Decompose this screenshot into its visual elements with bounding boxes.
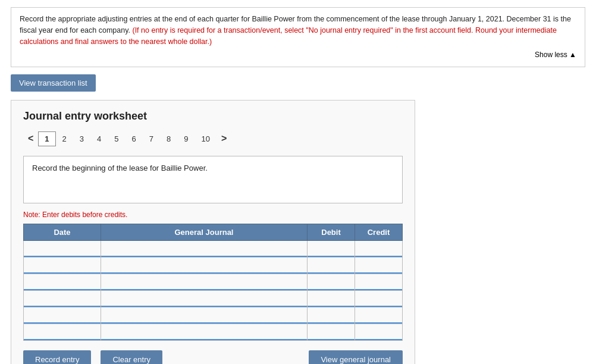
- input-date-2[interactable]: [24, 258, 101, 274]
- input-debit-6[interactable]: [308, 324, 355, 340]
- input-credit-6[interactable]: [355, 324, 402, 340]
- cell-debit-3[interactable]: [308, 274, 355, 291]
- col-header-debit: Debit: [308, 224, 355, 241]
- table-row: [24, 324, 403, 341]
- table-row: [24, 274, 403, 291]
- input-journal-3[interactable]: [101, 274, 307, 290]
- col-header-credit: Credit: [355, 224, 403, 241]
- tab-7[interactable]: 7: [143, 131, 160, 146]
- cell-credit-3[interactable]: [355, 274, 403, 291]
- cell-credit-5[interactable]: [355, 307, 403, 324]
- cell-credit-6[interactable]: [355, 324, 403, 341]
- input-date-4[interactable]: [24, 291, 101, 307]
- tab-10[interactable]: 10: [195, 131, 216, 146]
- show-less-link[interactable]: Show less ▲: [535, 51, 576, 59]
- input-journal-2[interactable]: [101, 258, 307, 274]
- input-debit-2[interactable]: [308, 258, 355, 274]
- tab-prev-arrow[interactable]: <: [23, 131, 38, 146]
- input-debit-4[interactable]: [308, 291, 355, 307]
- cell-date-3[interactable]: [24, 274, 101, 291]
- input-credit-2[interactable]: [355, 258, 402, 274]
- table-row: [24, 307, 403, 324]
- cell-date-4[interactable]: [24, 291, 101, 307]
- input-journal-6[interactable]: [101, 324, 307, 340]
- tab-navigation: < 1 2 3 4 5 6 7 8 9 10 >: [23, 131, 403, 146]
- record-entry-button[interactable]: Record entry: [23, 350, 91, 364]
- input-debit-5[interactable]: [308, 307, 355, 324]
- cell-credit-1[interactable]: [355, 241, 403, 258]
- note-text: Note: Enter debits before credits.: [23, 211, 403, 219]
- worksheet-title: Journal entry worksheet: [23, 110, 403, 123]
- cell-date-6[interactable]: [24, 324, 101, 341]
- input-date-1[interactable]: January 01, 2021: [24, 241, 101, 257]
- input-debit-1[interactable]: [308, 241, 355, 257]
- entry-description-text: Record the beginning of the lease for Ba…: [32, 164, 208, 172]
- tab-next-arrow[interactable]: >: [217, 131, 231, 146]
- input-date-3[interactable]: [24, 274, 101, 290]
- cell-journal-4[interactable]: [101, 291, 308, 307]
- cell-journal-3[interactable]: [101, 274, 308, 291]
- cell-date-5[interactable]: [24, 307, 101, 324]
- cell-date-2[interactable]: [24, 258, 101, 274]
- tab-4[interactable]: 4: [90, 131, 108, 146]
- tab-2[interactable]: 2: [56, 131, 73, 146]
- input-credit-3[interactable]: [355, 274, 402, 290]
- input-credit-5[interactable]: [355, 307, 402, 324]
- input-debit-3[interactable]: [308, 274, 355, 290]
- tab-8[interactable]: 8: [160, 131, 177, 146]
- input-date-5[interactable]: [24, 307, 101, 324]
- input-journal-1[interactable]: [101, 241, 307, 257]
- input-credit-4[interactable]: [355, 291, 402, 307]
- tab-9[interactable]: 9: [177, 131, 195, 146]
- entry-description-box: Record the beginning of the lease for Ba…: [23, 156, 403, 203]
- cell-journal-6[interactable]: [101, 324, 308, 341]
- input-date-6[interactable]: [24, 324, 101, 340]
- cell-credit-4[interactable]: [355, 291, 403, 307]
- journal-table: Date General Journal Debit Credit Januar…: [23, 224, 403, 341]
- col-header-date: Date: [24, 224, 101, 241]
- input-journal-5[interactable]: [101, 307, 307, 324]
- table-row: [24, 258, 403, 274]
- action-buttons: Record entry Clear entry View general jo…: [23, 350, 403, 364]
- cell-debit-4[interactable]: [308, 291, 355, 307]
- tab-6[interactable]: 6: [126, 131, 143, 146]
- cell-debit-6[interactable]: [308, 324, 355, 341]
- worksheet-container: Journal entry worksheet < 1 2 3 4 5 6 7 …: [11, 100, 415, 364]
- cell-debit-1[interactable]: [308, 241, 355, 258]
- clear-entry-button[interactable]: Clear entry: [101, 350, 162, 364]
- cell-journal-5[interactable]: [101, 307, 308, 324]
- view-transaction-button[interactable]: View transaction list: [11, 74, 96, 92]
- table-row: [24, 291, 403, 307]
- table-row: January 01, 2021: [24, 241, 403, 258]
- cell-journal-1[interactable]: [101, 241, 308, 258]
- input-journal-4[interactable]: [101, 291, 307, 307]
- cell-debit-5[interactable]: [308, 307, 355, 324]
- cell-date-1[interactable]: January 01, 2021: [24, 241, 101, 258]
- show-less-container: Show less ▲: [20, 49, 576, 61]
- instruction-box: Record the appropriate adjusting entries…: [11, 7, 585, 67]
- tab-1[interactable]: 1: [38, 131, 55, 146]
- tab-3[interactable]: 3: [73, 131, 90, 146]
- view-general-journal-button[interactable]: View general journal: [309, 350, 403, 364]
- cell-debit-2[interactable]: [308, 258, 355, 274]
- col-header-journal: General Journal: [101, 224, 308, 241]
- input-credit-1[interactable]: [355, 241, 402, 257]
- cell-journal-2[interactable]: [101, 258, 308, 274]
- cell-credit-2[interactable]: [355, 258, 403, 274]
- tab-5[interactable]: 5: [108, 131, 125, 146]
